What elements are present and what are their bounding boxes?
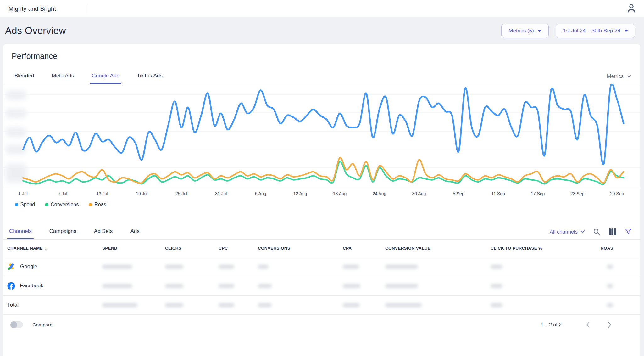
- column-header-spend[interactable]: Spend: [102, 246, 165, 251]
- column-header-label: Conversion Value: [385, 246, 430, 251]
- blurred-value: [385, 303, 422, 307]
- legend-label: Spend: [20, 202, 35, 207]
- tab-tiktok-ads[interactable]: TikTok Ads: [135, 73, 164, 84]
- chart-metrics-dropdown[interactable]: Metrics: [607, 73, 631, 79]
- facebook-icon: [7, 282, 15, 290]
- masked-value-cell: [607, 265, 640, 269]
- column-header-cpa[interactable]: CPA: [343, 246, 385, 251]
- performance-title: Performance: [3, 44, 640, 61]
- compare-toggle[interactable]: [10, 321, 23, 328]
- masked-value-cell: [491, 303, 607, 307]
- column-header-channel-name[interactable]: Channel Name↓: [7, 246, 102, 251]
- masked-value-cell: [491, 284, 607, 288]
- header-actions: Metrics (5) 1st Jul 24 – 30th Sep 24: [501, 24, 635, 38]
- blurred-value: [258, 284, 272, 288]
- page-header: Ads Overview Metrics (5) 1st Jul 24 – 30…: [0, 17, 644, 44]
- channel-name-cell: Facebook: [7, 282, 102, 290]
- chevron-down-icon: [581, 230, 585, 233]
- columns-icon[interactable]: [608, 228, 616, 235]
- blurred-value: [343, 303, 360, 307]
- blurred-value: [385, 284, 418, 288]
- blurred-value: [607, 284, 613, 288]
- metrics-select-label: Metrics (5): [508, 28, 534, 34]
- column-header-label: Click to Purchase %: [491, 246, 542, 251]
- tab-blended[interactable]: Blended: [13, 73, 36, 84]
- column-header-conversion-value[interactable]: Conversion Value: [385, 246, 491, 251]
- table-row-total[interactable]: Total: [3, 296, 640, 315]
- masked-value-cell: [102, 303, 165, 307]
- legend-label: Conversions: [51, 202, 79, 207]
- metrics-select-button[interactable]: Metrics (5): [501, 24, 548, 38]
- pagination-text: 1 – 2 of 2: [541, 322, 562, 328]
- x-tick-label: 12 Aug: [293, 191, 307, 196]
- performance-card: Performance BlendedMeta AdsGoogle AdsTik…: [3, 44, 640, 356]
- blurred-value: [219, 265, 234, 269]
- tab-meta-ads[interactable]: Meta Ads: [50, 73, 76, 84]
- x-tick-label: 13 Jul: [96, 191, 108, 196]
- column-header-clicks[interactable]: Clicks: [165, 246, 219, 251]
- chart-metrics-label: Metrics: [607, 73, 624, 79]
- performance-tabs: BlendedMeta AdsGoogle AdsTikTok Ads Metr…: [3, 73, 640, 84]
- blurred-value: [102, 303, 137, 307]
- x-tick-label: 19 Jul: [136, 191, 147, 196]
- x-tick-label: 7 Jul: [58, 191, 67, 196]
- topbar-divider: [86, 4, 86, 13]
- table-header-row: Channel Name↓SpendClicksCPCConversionsCP…: [3, 240, 640, 257]
- table-row-facebook[interactable]: Facebook: [3, 276, 640, 296]
- sort-desc-icon: ↓: [45, 246, 47, 251]
- table-tab-ads[interactable]: Ads: [128, 228, 141, 239]
- column-header-label: CPA: [343, 246, 352, 251]
- x-tick-label: 25 Jul: [175, 191, 187, 196]
- filter-funnel-icon[interactable]: [625, 228, 632, 235]
- page-title: Ads Overview: [5, 25, 66, 37]
- column-header-conversions[interactable]: Conversions: [258, 246, 343, 251]
- blurred-value: [219, 303, 234, 307]
- date-range-button[interactable]: 1st Jul 24 – 30th Sep 24: [556, 24, 635, 38]
- blurred-value: [491, 303, 502, 307]
- x-tick-label: 23 Sep: [570, 191, 584, 196]
- blurred-value: [343, 284, 360, 288]
- topbar: Mighty and Bright: [0, 0, 644, 17]
- table-tab-channels[interactable]: Channels: [7, 228, 34, 239]
- masked-value-cell: [343, 265, 385, 269]
- blurred-value: [607, 303, 613, 307]
- masked-value-cell: [258, 265, 343, 269]
- chevron-down-icon: [627, 75, 631, 78]
- pagination-next-icon[interactable]: [599, 322, 621, 328]
- table-body: GoogleFacebookTotal: [3, 257, 640, 315]
- blurred-value: [165, 265, 183, 269]
- legend-dot-icon: [89, 203, 92, 206]
- performance-line-chart[interactable]: [3, 84, 640, 189]
- x-tick-label: 29 Sep: [610, 191, 624, 196]
- masked-value-cell: [385, 284, 491, 288]
- column-header-click-to-purchase-[interactable]: Click to Purchase %: [491, 246, 607, 251]
- table-tab-campaigns[interactable]: Campaigns: [47, 228, 78, 239]
- x-tick-label: 31 Jul: [215, 191, 227, 196]
- table-row-google[interactable]: Google: [3, 257, 640, 276]
- table-tabs: ChannelsCampaignsAd SetsAds All channels: [3, 228, 640, 240]
- channel-name-label: Google: [20, 263, 37, 270]
- user-profile-icon[interactable]: [626, 3, 637, 15]
- column-header-cpc[interactable]: CPC: [219, 246, 258, 251]
- chart-legend: SpendConversionsRoas: [3, 202, 640, 207]
- tab-google-ads[interactable]: Google Ads: [90, 73, 121, 84]
- masked-value-cell: [219, 303, 258, 307]
- legend-item-spend[interactable]: Spend: [15, 202, 35, 207]
- masked-value-cell: [102, 284, 165, 288]
- channel-filter-dropdown[interactable]: All channels: [550, 229, 585, 235]
- table-footer: Compare 1 – 2 of 2: [3, 315, 640, 336]
- channel-name-cell: Total: [7, 302, 102, 308]
- pagination-prev-icon[interactable]: [577, 322, 599, 328]
- x-tick-label: 24 Aug: [373, 191, 386, 196]
- masked-value-cell: [491, 265, 607, 269]
- blurred-value: [102, 265, 132, 269]
- channel-name-label: Facebook: [20, 283, 43, 289]
- column-header-roas[interactable]: ROAS: [607, 246, 640, 251]
- legend-item-conversions[interactable]: Conversions: [45, 202, 79, 207]
- table-tab-ad-sets[interactable]: Ad Sets: [92, 228, 115, 239]
- channel-filter-label: All channels: [550, 229, 578, 235]
- legend-dot-icon: [45, 203, 48, 206]
- masked-value-cell: [607, 303, 640, 307]
- search-icon[interactable]: [593, 228, 600, 235]
- legend-item-roas[interactable]: Roas: [89, 202, 106, 207]
